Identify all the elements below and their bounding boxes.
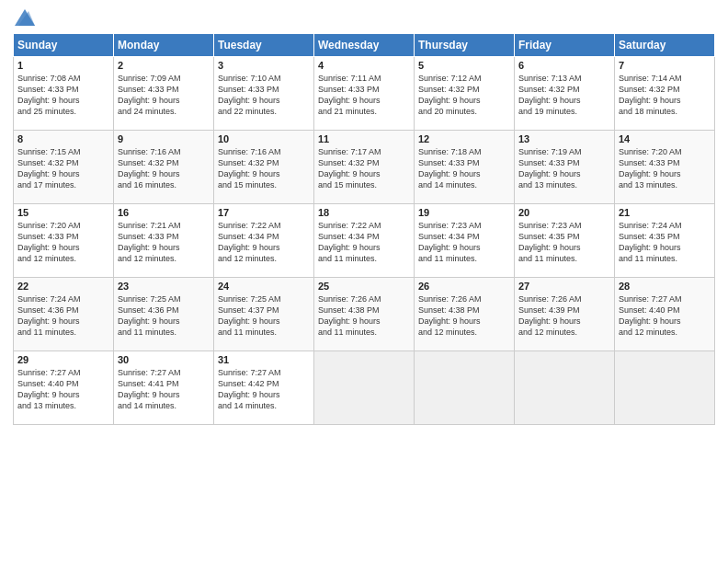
- week-row-4: 22Sunrise: 7:24 AMSunset: 4:36 PMDayligh…: [14, 278, 715, 351]
- day-number: 18: [318, 207, 410, 218]
- cell-content: Sunrise: 7:24 AMSunset: 4:35 PMDaylight:…: [619, 220, 711, 265]
- calendar-cell: 5Sunrise: 7:12 AMSunset: 4:32 PMDaylight…: [415, 57, 515, 131]
- week-row-2: 8Sunrise: 7:15 AMSunset: 4:32 PMDaylight…: [14, 131, 715, 204]
- cell-content: Sunrise: 7:10 AMSunset: 4:33 PMDaylight:…: [218, 73, 310, 118]
- day-number: 10: [218, 133, 310, 144]
- calendar-cell: 31Sunrise: 7:27 AMSunset: 4:42 PMDayligh…: [214, 351, 314, 425]
- cell-content: Sunrise: 7:23 AMSunset: 4:35 PMDaylight:…: [518, 220, 610, 265]
- calendar-cell: 9Sunrise: 7:16 AMSunset: 4:32 PMDaylight…: [114, 131, 214, 204]
- col-header-friday: Friday: [515, 34, 615, 57]
- day-number: 26: [418, 281, 510, 292]
- day-number: 28: [619, 281, 711, 292]
- day-number: 23: [118, 281, 210, 292]
- day-number: 29: [17, 354, 109, 365]
- day-number: 24: [218, 281, 310, 292]
- calendar-header-row: SundayMondayTuesdayWednesdayThursdayFrid…: [14, 34, 715, 57]
- cell-content: Sunrise: 7:22 AMSunset: 4:34 PMDaylight:…: [218, 220, 310, 265]
- day-number: 6: [518, 60, 610, 71]
- day-number: 22: [17, 281, 109, 292]
- day-number: 8: [17, 133, 109, 144]
- cell-content: Sunrise: 7:27 AMSunset: 4:40 PMDaylight:…: [619, 293, 711, 339]
- cell-content: Sunrise: 7:14 AMSunset: 4:32 PMDaylight:…: [619, 73, 711, 118]
- calendar-cell: 14Sunrise: 7:20 AMSunset: 4:33 PMDayligh…: [615, 131, 715, 204]
- calendar-cell: 20Sunrise: 7:23 AMSunset: 4:35 PMDayligh…: [515, 204, 615, 278]
- calendar-cell: 21Sunrise: 7:24 AMSunset: 4:35 PMDayligh…: [615, 204, 715, 278]
- header: [13, 9, 715, 26]
- cell-content: Sunrise: 7:26 AMSunset: 4:39 PMDaylight:…: [518, 293, 610, 339]
- logo-icon: [15, 9, 35, 26]
- col-header-tuesday: Tuesday: [214, 34, 314, 57]
- cell-content: Sunrise: 7:24 AMSunset: 4:36 PMDaylight:…: [17, 293, 109, 339]
- day-number: 21: [619, 207, 711, 218]
- cell-content: Sunrise: 7:13 AMSunset: 4:32 PMDaylight:…: [518, 73, 610, 118]
- cell-content: Sunrise: 7:25 AMSunset: 4:37 PMDaylight:…: [218, 293, 310, 339]
- day-number: 3: [218, 60, 310, 71]
- day-number: 5: [418, 60, 510, 71]
- calendar-cell: 2Sunrise: 7:09 AMSunset: 4:33 PMDaylight…: [114, 57, 214, 131]
- calendar-cell: 3Sunrise: 7:10 AMSunset: 4:33 PMDaylight…: [214, 57, 314, 131]
- cell-content: Sunrise: 7:16 AMSunset: 4:32 PMDaylight:…: [218, 146, 310, 191]
- calendar-body: 1Sunrise: 7:08 AMSunset: 4:33 PMDaylight…: [14, 57, 715, 425]
- day-number: 13: [518, 133, 610, 144]
- week-row-5: 29Sunrise: 7:27 AMSunset: 4:40 PMDayligh…: [14, 351, 715, 425]
- calendar-cell: 28Sunrise: 7:27 AMSunset: 4:40 PMDayligh…: [615, 278, 715, 351]
- calendar-cell: 27Sunrise: 7:26 AMSunset: 4:39 PMDayligh…: [515, 278, 615, 351]
- calendar-cell: [415, 351, 515, 425]
- cell-content: Sunrise: 7:16 AMSunset: 4:32 PMDaylight:…: [118, 146, 210, 191]
- col-header-wednesday: Wednesday: [314, 34, 415, 57]
- calendar-cell: 23Sunrise: 7:25 AMSunset: 4:36 PMDayligh…: [114, 278, 214, 351]
- day-number: 19: [418, 207, 510, 218]
- cell-content: Sunrise: 7:15 AMSunset: 4:32 PMDaylight:…: [17, 146, 109, 191]
- day-number: 27: [518, 281, 610, 292]
- col-header-sunday: Sunday: [14, 34, 114, 57]
- calendar-cell: 26Sunrise: 7:26 AMSunset: 4:38 PMDayligh…: [415, 278, 515, 351]
- cell-content: Sunrise: 7:18 AMSunset: 4:33 PMDaylight:…: [418, 146, 510, 191]
- cell-content: Sunrise: 7:23 AMSunset: 4:34 PMDaylight:…: [418, 220, 510, 265]
- cell-content: Sunrise: 7:27 AMSunset: 4:42 PMDaylight:…: [218, 367, 310, 412]
- day-number: 9: [118, 133, 210, 144]
- cell-content: Sunrise: 7:08 AMSunset: 4:33 PMDaylight:…: [17, 73, 109, 118]
- calendar-cell: 12Sunrise: 7:18 AMSunset: 4:33 PMDayligh…: [415, 131, 515, 204]
- cell-content: Sunrise: 7:19 AMSunset: 4:33 PMDaylight:…: [518, 146, 610, 191]
- calendar-cell: 17Sunrise: 7:22 AMSunset: 4:34 PMDayligh…: [214, 204, 314, 278]
- day-number: 16: [118, 207, 210, 218]
- calendar-cell: 19Sunrise: 7:23 AMSunset: 4:34 PMDayligh…: [415, 204, 515, 278]
- calendar-cell: 25Sunrise: 7:26 AMSunset: 4:38 PMDayligh…: [314, 278, 415, 351]
- cell-content: Sunrise: 7:27 AMSunset: 4:41 PMDaylight:…: [118, 367, 210, 412]
- cell-content: Sunrise: 7:26 AMSunset: 4:38 PMDaylight:…: [418, 293, 510, 339]
- calendar-cell: 18Sunrise: 7:22 AMSunset: 4:34 PMDayligh…: [314, 204, 415, 278]
- day-number: 14: [619, 133, 711, 144]
- cell-content: Sunrise: 7:11 AMSunset: 4:33 PMDaylight:…: [318, 73, 410, 118]
- logo: [13, 9, 35, 26]
- day-number: 1: [17, 60, 109, 71]
- week-row-1: 1Sunrise: 7:08 AMSunset: 4:33 PMDaylight…: [14, 57, 715, 131]
- calendar-cell: 24Sunrise: 7:25 AMSunset: 4:37 PMDayligh…: [214, 278, 314, 351]
- day-number: 31: [218, 354, 310, 365]
- cell-content: Sunrise: 7:25 AMSunset: 4:36 PMDaylight:…: [118, 293, 210, 339]
- calendar-cell: 6Sunrise: 7:13 AMSunset: 4:32 PMDaylight…: [515, 57, 615, 131]
- cell-content: Sunrise: 7:26 AMSunset: 4:38 PMDaylight:…: [318, 293, 410, 339]
- day-number: 4: [318, 60, 410, 71]
- day-number: 15: [17, 207, 109, 218]
- col-header-monday: Monday: [114, 34, 214, 57]
- calendar-cell: 1Sunrise: 7:08 AMSunset: 4:33 PMDaylight…: [14, 57, 114, 131]
- calendar-cell: 10Sunrise: 7:16 AMSunset: 4:32 PMDayligh…: [214, 131, 314, 204]
- calendar-table: SundayMondayTuesdayWednesdayThursdayFrid…: [13, 33, 715, 425]
- calendar-cell: 8Sunrise: 7:15 AMSunset: 4:32 PMDaylight…: [14, 131, 114, 204]
- col-header-thursday: Thursday: [415, 34, 515, 57]
- day-number: 30: [118, 354, 210, 365]
- calendar-cell: 29Sunrise: 7:27 AMSunset: 4:40 PMDayligh…: [14, 351, 114, 425]
- cell-content: Sunrise: 7:17 AMSunset: 4:32 PMDaylight:…: [318, 146, 410, 191]
- col-header-saturday: Saturday: [615, 34, 715, 57]
- calendar-cell: [314, 351, 415, 425]
- calendar-cell: [615, 351, 715, 425]
- cell-content: Sunrise: 7:09 AMSunset: 4:33 PMDaylight:…: [118, 73, 210, 118]
- cell-content: Sunrise: 7:21 AMSunset: 4:33 PMDaylight:…: [118, 220, 210, 265]
- calendar-cell: 13Sunrise: 7:19 AMSunset: 4:33 PMDayligh…: [515, 131, 615, 204]
- calendar-cell: 16Sunrise: 7:21 AMSunset: 4:33 PMDayligh…: [114, 204, 214, 278]
- calendar-cell: [515, 351, 615, 425]
- week-row-3: 15Sunrise: 7:20 AMSunset: 4:33 PMDayligh…: [14, 204, 715, 278]
- calendar-cell: 11Sunrise: 7:17 AMSunset: 4:32 PMDayligh…: [314, 131, 415, 204]
- day-number: 2: [118, 60, 210, 71]
- cell-content: Sunrise: 7:22 AMSunset: 4:34 PMDaylight:…: [318, 220, 410, 265]
